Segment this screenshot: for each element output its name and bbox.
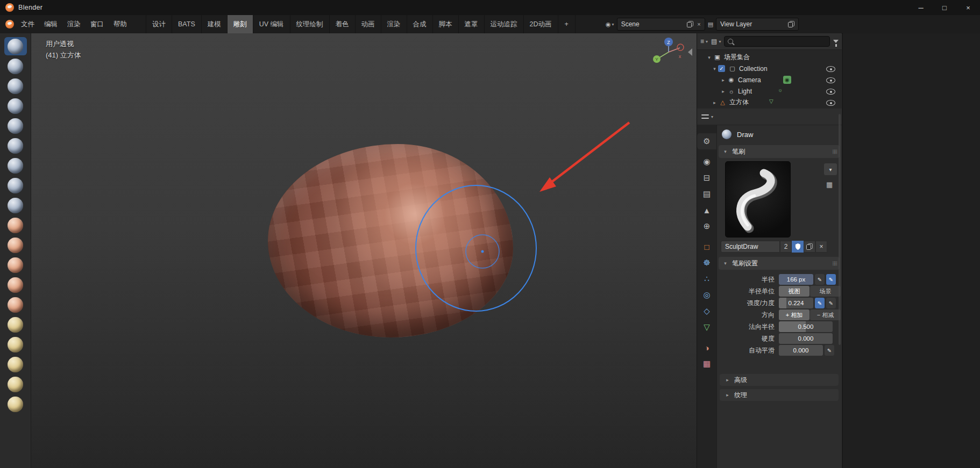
outliner-row-camera[interactable]: ▸ ◉ Camera ◉ xyxy=(697,74,842,85)
pen-decorator-icon[interactable]: ✎ xyxy=(825,345,834,356)
brush-mask-icon[interactable] xyxy=(4,355,27,373)
normal-radius-slider[interactable]: 0.500 xyxy=(779,321,833,332)
tab-scene-icon[interactable]: ▲ xyxy=(697,202,716,218)
disclosure-icon[interactable]: ▸ xyxy=(711,100,718,105)
radius-unit-view-button[interactable]: 视图 xyxy=(779,286,809,297)
brush-thumb-icon[interactable] xyxy=(4,276,27,294)
workspace-tab[interactable]: 动画 xyxy=(356,15,381,33)
tab-view-layer-icon[interactable]: ▤ xyxy=(697,186,716,202)
workspace-tab-active[interactable]: 雕刻 xyxy=(228,15,253,33)
fake-user-shield-toggle[interactable] xyxy=(792,241,804,253)
filter-icon[interactable] xyxy=(833,40,839,43)
outliner-row-cube[interactable]: ▸ △ 立方体 ▽ xyxy=(697,97,842,108)
tab-physics-icon[interactable]: ◎ xyxy=(697,287,716,303)
unlink-brush-button[interactable]: × xyxy=(815,241,827,253)
brush-box-trim-icon[interactable] xyxy=(4,395,27,413)
menu-edit[interactable]: 编辑 xyxy=(39,18,62,31)
brush-draw-face-sets-icon[interactable] xyxy=(4,375,27,393)
tab-particles-icon[interactable]: ∴ xyxy=(697,271,716,287)
pressure-toggle-icon[interactable]: ✎ xyxy=(815,298,825,308)
outliner-row-collection[interactable]: ▾ ✓ ▢ Collection xyxy=(697,63,842,74)
copy-scene-icon[interactable] xyxy=(687,21,693,27)
brush-grab-icon[interactable] xyxy=(4,216,27,234)
display-mode-selector[interactable]: ▤ ▾ xyxy=(711,38,721,45)
brush-pose-icon[interactable] xyxy=(4,296,27,314)
disclosure-icon[interactable]: ▸ xyxy=(720,77,727,83)
workspace-tab[interactable]: 着色 xyxy=(330,15,356,33)
unlink-scene-icon[interactable]: × xyxy=(697,21,700,27)
brush-draw-sharp-icon[interactable] xyxy=(4,57,27,75)
direction-add-button[interactable]: + 相加 xyxy=(779,309,809,320)
workspace-tab[interactable]: 设计 xyxy=(146,15,172,33)
hardness-slider[interactable]: 0.000 xyxy=(779,333,833,344)
minimize-button[interactable]: ─ xyxy=(909,0,933,15)
menu-window[interactable]: 窗口 xyxy=(86,18,109,31)
workspace-tab[interactable]: UV 编辑 xyxy=(253,15,290,33)
tab-material-icon[interactable]: ◑ xyxy=(697,340,716,356)
scene-selector[interactable]: Scene × xyxy=(617,18,705,31)
brush-simplify-icon[interactable] xyxy=(4,335,27,354)
workspace-tab[interactable]: 渲染 xyxy=(381,15,407,33)
workspace-tab[interactable]: 遮罩 xyxy=(459,15,485,33)
users-count-badge[interactable]: 2 xyxy=(780,241,792,253)
brush-crease-icon[interactable] xyxy=(4,196,27,214)
brush-snake-hook-icon[interactable] xyxy=(4,256,27,274)
editor-type-selector[interactable]: ≡ ▾ xyxy=(700,38,708,45)
brush-layer-icon[interactable] xyxy=(4,136,27,155)
tab-texture-icon[interactable]: ▦ xyxy=(697,356,716,372)
workspace-tab[interactable]: 运动追踪 xyxy=(485,15,524,33)
brush-settings-panel-header[interactable]: ▾ 笔刷设置 ⣿⣿ xyxy=(719,257,840,270)
tab-world-icon[interactable]: ⊕ xyxy=(697,218,716,234)
workspace-tab[interactable]: 建模 xyxy=(202,15,228,33)
brush-panel-header[interactable]: ▾ 笔刷 ⣿⣿ xyxy=(719,145,840,158)
menu-file[interactable]: 文件 xyxy=(16,18,39,31)
brush-select-dropdown[interactable]: ▾ xyxy=(824,163,837,175)
visibility-eye-icon[interactable] xyxy=(826,89,835,95)
visibility-eye-icon[interactable] xyxy=(826,100,835,106)
brush-elastic-deform-icon[interactable] xyxy=(4,236,27,254)
mesh-data-icon[interactable]: ▽ xyxy=(769,98,773,104)
outliner-row-light[interactable]: ▸ ☼ Light ☼ xyxy=(697,85,842,97)
menu-render[interactable]: 渲染 xyxy=(62,18,86,31)
brush-preview-image[interactable] xyxy=(725,161,791,237)
maximize-button[interactable]: □ xyxy=(933,0,956,15)
disclosure-icon[interactable]: ▾ xyxy=(711,66,718,71)
workspace-tab[interactable]: 纹理绘制 xyxy=(290,15,330,33)
open-image-icon[interactable]: ▦ xyxy=(826,181,833,189)
tab-output-icon[interactable]: ⊟ xyxy=(697,170,716,186)
drag-handle-icon[interactable]: ⣿⣿ xyxy=(832,149,836,154)
brush-clay-strips-icon[interactable] xyxy=(4,97,27,115)
direction-subtract-button[interactable]: − 相减 xyxy=(810,309,841,320)
brush-draw-icon[interactable] xyxy=(4,37,27,55)
disclosure-icon[interactable]: ▸ xyxy=(720,89,727,94)
tab-object-data-icon[interactable]: ▽ xyxy=(697,319,716,335)
disclosure-icon[interactable]: ▾ xyxy=(706,55,713,60)
tab-object-icon[interactable]: □ xyxy=(697,239,716,255)
scene-browse-icon[interactable]: ◉ ▾ xyxy=(606,21,614,28)
tab-tool-icon[interactable]: ⚙ xyxy=(697,133,716,149)
camera-data-icon[interactable]: ◉ xyxy=(783,76,791,84)
brush-name-field[interactable]: SculptDraw xyxy=(721,241,780,253)
brush-clay-icon[interactable] xyxy=(4,77,27,95)
properties-scrollbar[interactable] xyxy=(839,114,841,345)
workspace-tab[interactable]: 脚本 xyxy=(433,15,459,33)
workspace-tab[interactable]: 合成 xyxy=(407,15,433,33)
workspace-tab[interactable]: 2D动画 xyxy=(524,15,558,33)
visibility-eye-icon[interactable] xyxy=(826,66,835,72)
3d-viewport[interactable]: 用户透视 (41) 立方体 Z Y xyxy=(31,33,697,468)
pen-decorator-icon[interactable]: ✎ xyxy=(815,274,825,285)
pen-decorator-icon[interactable]: ✎ xyxy=(826,298,836,308)
add-workspace-button[interactable]: + xyxy=(558,15,576,33)
brush-inflate-icon[interactable] xyxy=(4,156,27,175)
blender-menu-icon[interactable] xyxy=(5,20,14,28)
brush-cloth-icon[interactable] xyxy=(4,315,27,334)
auto-smooth-slider[interactable]: 0.000 xyxy=(779,345,823,356)
brush-blob-icon[interactable] xyxy=(4,176,27,195)
pressure-toggle-icon[interactable]: ✎ xyxy=(826,274,836,285)
texture-panel-header[interactable]: ▸ 纹理 xyxy=(720,389,839,401)
outliner-row-scene-collection[interactable]: ▾ ▣ 场景集合 xyxy=(697,52,842,63)
radius-unit-scene-button[interactable]: 场景 xyxy=(810,286,841,297)
properties-editor-icon[interactable] xyxy=(701,113,709,120)
tab-constraints-icon[interactable]: ◇ xyxy=(697,303,716,319)
close-button[interactable]: × xyxy=(956,0,980,15)
